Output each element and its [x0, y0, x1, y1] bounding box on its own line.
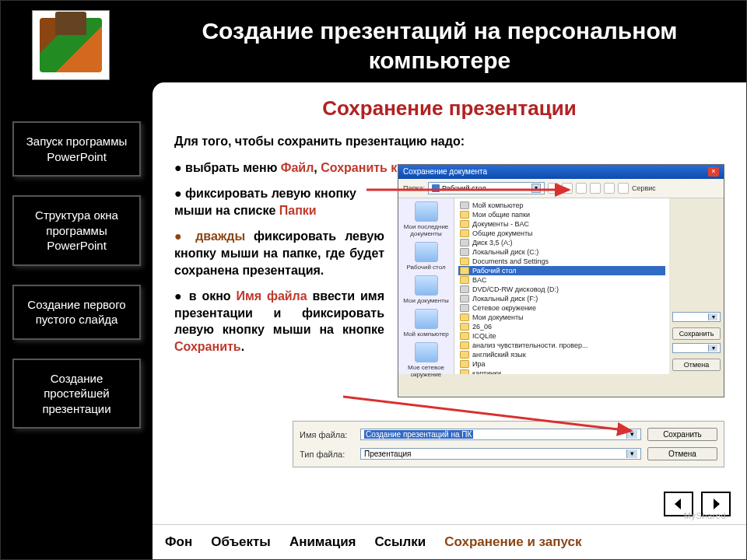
page-title: Создание презентаций на персональном ком…: [133, 1, 746, 75]
tree-item[interactable]: Ира: [458, 359, 665, 369]
prev-slide-button[interactable]: [664, 492, 693, 516]
file-tree[interactable]: Мой компьютерМои общие папкиДокументы - …: [454, 198, 669, 374]
tree-item[interactable]: DVD/CD-RW дисковод (D:): [458, 285, 665, 294]
tree-item[interactable]: Documents and Settings: [458, 257, 665, 266]
nav-background[interactable]: Фон: [156, 527, 202, 558]
content-title: Сохранение презентации: [174, 96, 724, 121]
tree-item[interactable]: 26_06: [458, 322, 665, 331]
filetype-label: Тип файла:: [300, 450, 354, 459]
sidebar: Запуск программы PowerPoint Структура ок…: [1, 82, 153, 524]
next-slide-button[interactable]: [701, 492, 731, 516]
bullet-2: ● фиксировать левую кнопку мыши на списк…: [174, 185, 384, 219]
dialog-titlebar: Сохранение документа ×: [398, 165, 724, 179]
place-mycomputer[interactable]: Мой компьютер: [400, 309, 452, 338]
header: Создание презентаций на персональном ком…: [1, 1, 746, 82]
sidebar-item-structure[interactable]: Структура окна программы PowerPoint: [12, 195, 141, 266]
tree-item[interactable]: Общие документы: [458, 229, 665, 238]
intro-text: Для того, чтобы сохранить презентацию на…: [174, 133, 724, 150]
arrow-annotation-2: [343, 394, 639, 436]
tree-item[interactable]: Сетевое окружение: [458, 303, 665, 313]
tree-item[interactable]: Мои общие папки: [458, 210, 665, 219]
search-icon[interactable]: [576, 183, 587, 194]
logo: [32, 10, 110, 80]
sidebar-item-simple-pres[interactable]: Создание простейшей презентации: [12, 359, 141, 429]
nav-animation[interactable]: Анимация: [280, 527, 366, 558]
cancel-button[interactable]: Отмена: [647, 447, 717, 460]
sidebar-item-first-slide[interactable]: Создание первого пустого слайда: [12, 285, 141, 340]
places-bar: Мои последние документы Рабочий стол Мои…: [398, 198, 454, 374]
service-menu[interactable]: Сервис: [632, 184, 656, 192]
arrow-annotation-1: [366, 184, 577, 207]
place-mydocs[interactable]: Мои документы: [400, 275, 452, 304]
slide-nav: [664, 492, 731, 516]
close-icon[interactable]: ×: [708, 167, 719, 177]
tree-item[interactable]: Локальный диск (C:): [458, 247, 665, 257]
svg-line-1: [343, 397, 631, 431]
place-desktop[interactable]: Рабочий стол: [400, 242, 452, 271]
tree-item[interactable]: BAC: [458, 275, 665, 285]
views-icon[interactable]: [618, 183, 629, 194]
sidebar-item-launch[interactable]: Запуск программы PowerPoint: [12, 121, 141, 177]
tree-item[interactable]: Локальный диск (F:): [458, 294, 665, 303]
place-network[interactable]: Мое сетевое окружение: [400, 342, 452, 378]
dialog-save-button[interactable]: Сохранить: [672, 327, 721, 340]
delete-icon[interactable]: [590, 183, 601, 194]
bottom-nav: Фон Объекты Анимация Ссылки Сохранение и…: [153, 524, 746, 559]
bullet-4: ● в окно Имя файла ввести имя презентаци…: [174, 288, 384, 355]
nav-links[interactable]: Ссылки: [366, 527, 436, 558]
tree-item[interactable]: Документы - BAC: [458, 219, 665, 229]
tree-item[interactable]: английский язык: [458, 350, 665, 359]
nav-objects[interactable]: Объекты: [202, 527, 280, 558]
dialog-cancel-button[interactable]: Отмена: [672, 359, 721, 371]
new-folder-icon[interactable]: [604, 183, 615, 194]
tree-item[interactable]: Диск 3,5 (A:): [458, 238, 665, 247]
filetype-dropdown[interactable]: Презентация▾: [360, 448, 641, 460]
bullet-3: ● дважды фиксировать ле­вую кнопку мыши …: [174, 228, 384, 278]
tree-item[interactable]: Мои документы: [458, 313, 665, 322]
tree-item[interactable]: анализ чувствительности. провер...: [458, 341, 665, 350]
save-button[interactable]: Сохранить: [647, 428, 717, 441]
tree-item[interactable]: Рабочий стол: [458, 266, 665, 275]
tree-item[interactable]: картинки: [458, 369, 665, 374]
tree-item[interactable]: ICQLite: [458, 331, 665, 341]
nav-save-run[interactable]: Сохранение и запуск: [435, 527, 591, 558]
